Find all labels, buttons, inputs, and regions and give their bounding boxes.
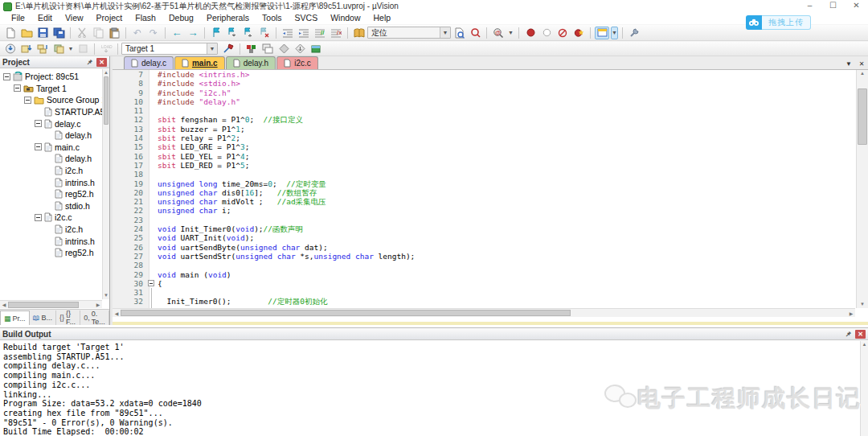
code-line-21[interactable]: 21unsigned char midVolt ; //ad采集电压	[113, 197, 855, 206]
fold-collapse-icon[interactable]	[148, 280, 154, 286]
code-line-32[interactable]: 32 Init_Timer0(); //定时器0初始化	[113, 297, 855, 306]
menu-help[interactable]: Help	[367, 12, 398, 24]
options-for-target-icon[interactable]	[221, 43, 235, 56]
upload-button[interactable]: 拖拽上传	[762, 15, 811, 30]
bookmark-next-icon[interactable]	[225, 27, 240, 39]
panel-tab-functions[interactable]: {}{} F...	[56, 311, 80, 325]
code-line-20[interactable]: 20unsigned char dis0[16]; //数组暂存	[113, 188, 855, 197]
code-line-19[interactable]: 19unsigned long time_20ms=0; //定时变量	[113, 179, 855, 188]
target-selector[interactable]: Target 1 ▼	[121, 43, 218, 55]
breakpoint-kill-all-icon[interactable]	[571, 27, 586, 39]
find-book-icon[interactable]	[352, 27, 366, 39]
bookmark-toggle-icon[interactable]	[209, 27, 223, 39]
tree-item-delay-h[interactable]: delay.h	[0, 130, 103, 142]
tree-item-reg52-h[interactable]: reg52.h	[0, 188, 103, 200]
new-file-icon[interactable]	[3, 27, 18, 39]
find-magnifier-dropdown[interactable]: ▼	[507, 27, 514, 39]
code-line-26[interactable]: 26void uartSendByte(unsigned char dat);	[113, 243, 855, 252]
find-dropdown-arrow[interactable]: ▼	[440, 27, 450, 38]
editor-vscrollbar[interactable]: ▲ ▼	[856, 70, 868, 308]
bookmark-prev-icon[interactable]	[241, 27, 256, 39]
tree-item-i2c-h[interactable]: i2c.h	[0, 224, 103, 236]
redo-icon[interactable]: ↷	[146, 27, 161, 39]
project-close-icon[interactable]: ✕	[96, 58, 107, 67]
breakpoint-disable-all-icon[interactable]	[555, 27, 570, 39]
save-all-icon[interactable]	[51, 27, 66, 39]
editor-tab-delay-c[interactable]: delay.c	[124, 56, 174, 69]
incremental-find-icon[interactable]	[468, 27, 482, 39]
tree-item-source-group-1[interactable]: Source Group 1	[0, 94, 103, 106]
menu-file[interactable]: File	[5, 12, 31, 24]
menu-tools[interactable]: Tools	[256, 12, 289, 24]
editor-tab-main-c[interactable]: main.c	[174, 56, 225, 69]
build-icon[interactable]	[19, 43, 34, 56]
build-output-pin-icon[interactable]: 📌︎	[843, 330, 854, 339]
menu-svcs[interactable]: SVCS	[289, 12, 325, 24]
code-line-17[interactable]: 17sbit LED_RED = P1^5;	[113, 161, 855, 170]
stop-build-icon[interactable]	[76, 43, 90, 56]
editor-tab-delay-h[interactable]: delay.h	[226, 56, 276, 69]
code-line-16[interactable]: 16sbit LED_YEL = P1^4;	[113, 152, 855, 161]
tree-item-project-89c51[interactable]: Project: 89c51	[0, 71, 103, 83]
tree-item-i2c-c[interactable]: i2c.c	[0, 212, 103, 224]
tree-item-intrins-h[interactable]: intrins.h	[0, 235, 103, 247]
tree-expander-icon[interactable]	[14, 84, 21, 92]
save-icon[interactable]	[35, 27, 50, 39]
target-dropdown-arrow[interactable]: ▼	[207, 43, 217, 54]
breakpoint-toggle-icon[interactable]	[523, 27, 538, 39]
unindent-icon[interactable]	[280, 27, 295, 39]
code-line-14[interactable]: 14sbit relay = P1^2;	[113, 134, 855, 142]
code-line-18[interactable]: 18	[113, 170, 855, 179]
menu-peripherals[interactable]: Peripherals	[200, 12, 256, 24]
tree-expander-icon[interactable]	[3, 73, 10, 80]
menu-project[interactable]: Project	[90, 12, 129, 24]
code-line-27[interactable]: 27void uartSendStr(unsigned char *s,unsi…	[113, 252, 855, 261]
tree-item-target-1[interactable]: Target 1	[0, 83, 103, 95]
project-pin-icon[interactable]: 📌︎	[84, 58, 95, 67]
configure-flash-tools-icon[interactable]	[276, 43, 291, 56]
tree-item-reg52-h[interactable]: reg52.h	[0, 247, 103, 259]
window-select-dropdown[interactable]: ▼	[611, 27, 618, 39]
tree-expander-icon[interactable]	[35, 120, 42, 127]
code-line-8[interactable]: 8#include <stdio.h>	[113, 79, 855, 88]
software-packs-icon[interactable]	[293, 43, 307, 56]
batch-build-icon[interactable]	[51, 43, 66, 56]
editor-tab-i2c-c[interactable]: i2c.c	[276, 56, 318, 69]
close-button[interactable]: ✕	[845, 0, 868, 12]
multi-project-window-icon[interactable]	[260, 43, 275, 56]
panel-tab-templates[interactable]: 0,0. Te...	[80, 311, 109, 325]
find-in-files-icon[interactable]	[452, 27, 466, 39]
menu-window[interactable]: Window	[324, 12, 366, 24]
code-line-15[interactable]: 15sbit LED_GRE = P1^3;	[113, 142, 855, 151]
code-editor[interactable]: 7#include <intrins.h>8#include <stdio.h>…	[113, 70, 855, 308]
tree-expander-icon[interactable]	[35, 214, 42, 221]
code-line-25[interactable]: 25void UART_Init(void);	[113, 233, 855, 242]
manage-project-items-icon[interactable]	[244, 43, 259, 56]
build-output-close-icon[interactable]: ✕	[855, 330, 866, 339]
tree-item-stdio-h[interactable]: stdio.h	[0, 200, 103, 212]
comment-selection-icon[interactable]: //	[313, 27, 327, 39]
tree-expander-icon[interactable]	[35, 143, 42, 150]
batch-build-dropdown[interactable]: ▼	[68, 43, 74, 56]
code-line-30[interactable]: 30{	[113, 279, 855, 288]
code-line-11[interactable]: 11	[113, 106, 855, 115]
copy-icon[interactable]	[91, 27, 105, 39]
paste-icon[interactable]	[107, 27, 121, 39]
code-line-13[interactable]: 13sbit buzzer = P1^1;	[113, 125, 855, 134]
breakpoint-enable-disable-icon[interactable]	[539, 27, 554, 39]
rebuild-all-icon[interactable]	[35, 43, 50, 56]
project-hscrollbar[interactable]: ◀ ▶	[0, 300, 102, 308]
code-line-31[interactable]: 31	[113, 288, 855, 297]
fold-margin[interactable]	[146, 279, 158, 288]
code-line-7[interactable]: 7#include <intrins.h>	[113, 70, 855, 79]
tab-list-dropdown-icon[interactable]: ▼	[842, 60, 855, 68]
tree-item-i2c-h[interactable]: i2c.h	[0, 165, 103, 177]
project-vscrollbar[interactable]: ▲ ▼	[102, 69, 109, 299]
indent-icon[interactable]	[297, 27, 311, 39]
navigate-back-icon[interactable]: ←	[170, 27, 184, 39]
editor-hscrollbar[interactable]: ◀ ▶	[113, 308, 855, 317]
code-line-24[interactable]: 24void Init_Timer0(void);//函数声明	[113, 224, 855, 233]
code-line-12[interactable]: 12sbit fengshan = P1^0; //接口定义	[113, 115, 855, 124]
code-line-10[interactable]: 10#include "delay.h"	[113, 97, 855, 106]
tree-item-startup-a51[interactable]: STARTUP.A51	[0, 106, 103, 118]
